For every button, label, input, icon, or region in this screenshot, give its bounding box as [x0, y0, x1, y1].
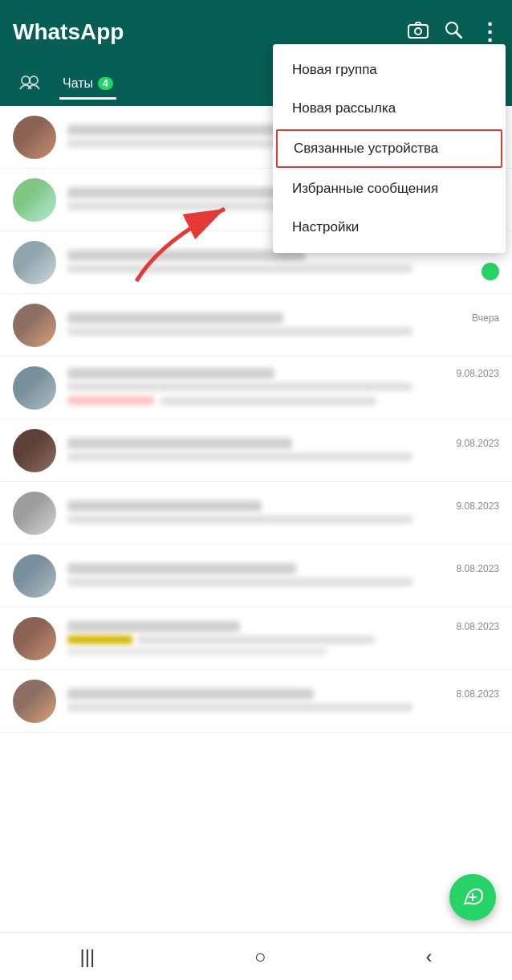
chat-time: 8.08.2023 [457, 563, 499, 574]
unread-badge [482, 263, 499, 280]
chat-time: 9.08.2023 [457, 368, 499, 379]
nav-home-button[interactable]: ○ [254, 945, 266, 968]
chat-name [67, 368, 274, 379]
dropdown-menu: Новая группа Новая рассылка Связанные ус… [273, 44, 506, 253]
chat-time: 9.08.2023 [457, 500, 499, 512]
svg-rect-0 [408, 25, 428, 38]
chats-badge: 4 [98, 77, 113, 90]
svg-point-4 [22, 76, 30, 84]
chat-name [67, 187, 305, 198]
chat-content: 9.08.2023 [67, 500, 499, 526]
list-item[interactable]: 8.08.2023 [0, 545, 512, 607]
list-item[interactable]: 9.08.2023 [0, 357, 512, 419]
search-icon[interactable] [445, 21, 462, 43]
chat-time: 9.08.2023 [457, 438, 499, 449]
chat-preview-line1 [67, 382, 412, 391]
avatar [13, 366, 56, 410]
camera-icon[interactable] [408, 21, 429, 43]
tab-chats-label: Чаты [63, 76, 93, 91]
chat-content: 9.08.2023 [67, 438, 499, 463]
chat-preview [67, 452, 412, 461]
chat-name [67, 563, 296, 574]
list-item[interactable]: 8.08.2023 [0, 670, 512, 733]
avatar [13, 617, 56, 660]
menu-item-new-group[interactable]: Новая группа [273, 51, 506, 89]
bottom-navigation: ||| ○ ‹ [0, 932, 512, 980]
chat-preview [67, 703, 412, 712]
chat-content: 8.08.2023 [67, 688, 499, 714]
tab-chats[interactable]: Чаты 4 [59, 70, 116, 100]
chat-content: 8.08.2023 [67, 563, 499, 589]
svg-line-3 [456, 32, 461, 38]
avatar [13, 241, 56, 284]
avatar [13, 554, 56, 598]
chat-content: 8.08.2023 [67, 621, 499, 655]
chat-name [67, 688, 314, 700]
chat-content: 9.08.2023 [67, 368, 499, 408]
chat-content [67, 250, 499, 276]
chat-preview [67, 264, 412, 273]
list-item[interactable]: Вчера [0, 294, 512, 357]
chat-time: 8.08.2023 [457, 621, 499, 632]
menu-item-new-broadcast[interactable]: Новая рассылка [273, 89, 506, 128]
chat-name [67, 312, 283, 324]
chat-name [67, 438, 292, 449]
app-title: WhatsApp [13, 19, 408, 45]
avatar [13, 680, 56, 723]
chat-preview-2 [67, 647, 327, 655]
new-chat-fab[interactable] [449, 874, 496, 921]
list-item[interactable]: 9.08.2023 [0, 482, 512, 545]
nav-recents-button[interactable]: ||| [79, 945, 95, 968]
menu-item-settings[interactable]: Настройки [273, 208, 506, 247]
chat-content: Вчера [67, 312, 499, 338]
header-actions: ⋮ [408, 21, 499, 43]
chat-name [67, 500, 262, 512]
chat-preview [67, 578, 412, 586]
chat-name [67, 125, 305, 136]
svg-point-1 [415, 28, 421, 35]
avatar [13, 429, 56, 472]
menu-item-linked-devices[interactable]: Связанные устройства [276, 129, 502, 168]
list-item[interactable]: 8.08.2023 [0, 607, 512, 670]
svg-point-5 [30, 76, 38, 84]
tab-groups-icon[interactable] [13, 67, 47, 101]
avatar [13, 492, 56, 535]
menu-item-starred-messages[interactable]: Избранные сообщения [273, 169, 506, 208]
nav-back-button[interactable]: ‹ [426, 945, 433, 968]
avatar [13, 304, 56, 347]
chat-preview [67, 515, 412, 524]
more-options-icon[interactable]: ⋮ [478, 21, 499, 43]
chat-preview-line2 [67, 396, 154, 405]
avatar [13, 178, 56, 222]
chat-preview [67, 327, 412, 336]
chat-name [67, 621, 240, 632]
chat-time: 8.08.2023 [457, 688, 499, 700]
list-item[interactable]: 9.08.2023 [0, 419, 512, 482]
chat-time: Вчера [472, 312, 499, 324]
avatar [13, 116, 56, 159]
chat-name [67, 250, 305, 261]
